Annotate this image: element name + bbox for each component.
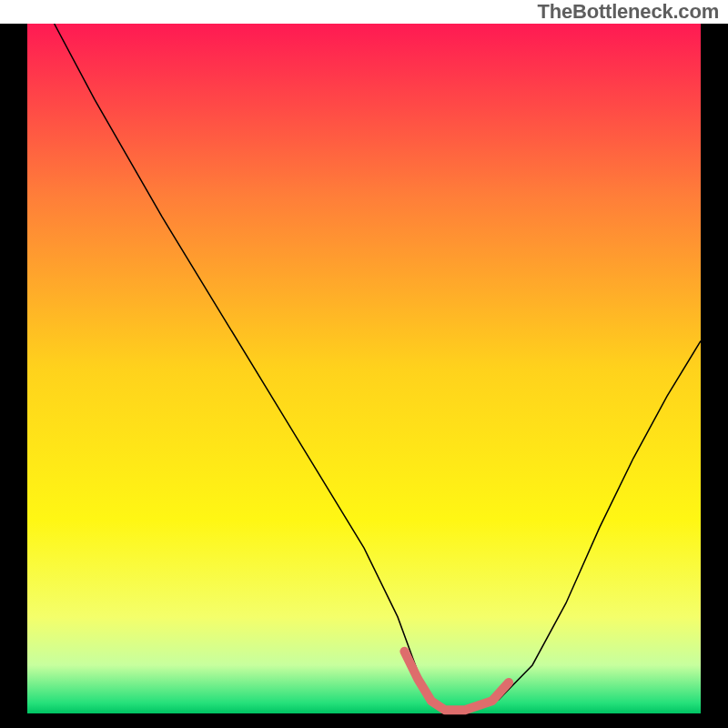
attribution-text: TheBottleneck.com bbox=[537, 0, 719, 24]
plot-gradient bbox=[27, 24, 701, 713]
bottleneck-chart bbox=[0, 24, 728, 728]
